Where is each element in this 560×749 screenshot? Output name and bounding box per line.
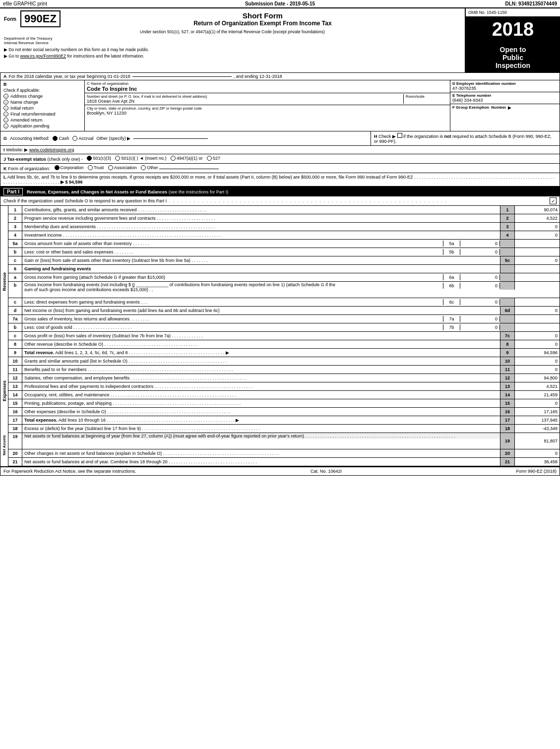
row-16: 16 Other expenses (describe in Schedule … bbox=[8, 408, 560, 416]
dln-number: DLN: 93492135074449 bbox=[373, 1, 557, 6]
row-16-desc: Other expenses (describe in Schedule O) … bbox=[22, 409, 500, 415]
part1-header: Part I Revenue, Expenses, and Changes in… bbox=[0, 187, 560, 196]
row-5c-linenum: 5c bbox=[500, 256, 515, 264]
name-change-label: Name change bbox=[10, 100, 38, 105]
row-19-desc: Net assets or fund balances at beginning… bbox=[22, 433, 500, 439]
application-pending-label: Application pending bbox=[10, 124, 50, 128]
address-change-radio[interactable]: ○ bbox=[3, 94, 8, 99]
row-3: 3 Membership dues and assessments . . . … bbox=[8, 223, 560, 231]
part1-check-schedo: Check if the organization used Schedule … bbox=[0, 196, 560, 206]
check-sched-o-checkbox[interactable]: ✓ bbox=[550, 197, 557, 204]
row-5b: b Less: cost or other basis and sales ex… bbox=[8, 248, 560, 256]
row-1-desc: Contributions, gifts, grants, and simila… bbox=[22, 207, 500, 213]
row-18-num: 18 bbox=[8, 425, 22, 433]
corp-radio[interactable] bbox=[55, 165, 60, 170]
net-assets-section: Net Assets 18 Excess or (deficit) for th… bbox=[0, 425, 560, 466]
row-21-num: 21 bbox=[8, 458, 22, 466]
row-16-amount: 17,165 bbox=[515, 409, 560, 415]
row-5c: c Gain or (loss) from sale of assets oth… bbox=[8, 256, 560, 265]
group-exempt-label: F Group Exemption bbox=[452, 105, 489, 110]
section-h-block: H Check ▶ if the organization is not req… bbox=[371, 131, 560, 145]
row-4-desc: Investment income . . . . . . . . . . . … bbox=[22, 232, 500, 238]
expenses-vertical-label: Expenses bbox=[2, 380, 7, 401]
row-6d-amount: 0 bbox=[515, 308, 560, 313]
corp-option: Corporation bbox=[55, 165, 84, 170]
row-1-linenum: 1 bbox=[500, 206, 515, 214]
check-dots: . . . . . . . . . . . . . . . . . . . . … bbox=[169, 199, 550, 203]
top-bar: efile GRAPHIC print Submission Date - 20… bbox=[0, 0, 560, 8]
row-10-desc: Grants and similar amounts paid (list in… bbox=[22, 358, 500, 364]
form-of-org-label: Form of organization: bbox=[8, 166, 52, 171]
row-8: 8 Other revenue (describe in Schedule O)… bbox=[8, 340, 560, 349]
year-display: 2018 bbox=[466, 17, 560, 43]
group-exempt-label2: Number bbox=[491, 105, 506, 110]
org-name-value: Code To Inspire Inc bbox=[87, 86, 448, 92]
row-1-amount: 90,074 bbox=[515, 207, 560, 213]
address-change-label: Address change bbox=[10, 94, 43, 99]
row-5b-input: 0 bbox=[460, 249, 500, 255]
final-return-radio[interactable]: ○ bbox=[3, 112, 8, 117]
row-9: 9 Total revenue. Add lines 1, 2, 3, 4, 5… bbox=[8, 349, 560, 357]
row-8-amount: 0 bbox=[515, 341, 560, 347]
row-9-num: 9 bbox=[8, 349, 22, 357]
527-radio[interactable] bbox=[207, 156, 212, 161]
row-6-num: 6 bbox=[8, 265, 22, 273]
accrual-radio[interactable] bbox=[72, 136, 77, 141]
h-checkbox[interactable] bbox=[397, 133, 402, 138]
row-6a: a Gross income from gaming (attach Sched… bbox=[8, 273, 560, 282]
assoc-option: Association bbox=[108, 165, 137, 170]
cash-radio-filled[interactable] bbox=[53, 136, 58, 141]
row-19-num: 19 bbox=[8, 433, 22, 449]
part1-title: Revenue, Expenses, and Changes in Net As… bbox=[27, 189, 167, 194]
row-6a-input: 0 bbox=[460, 274, 500, 280]
form-prefix: Form bbox=[4, 16, 16, 22]
row-7a-input: 0 bbox=[460, 316, 500, 322]
row-6b-input: 0 bbox=[460, 283, 500, 289]
row-10-num: 10 bbox=[8, 357, 22, 365]
row-6b-num: b bbox=[8, 282, 22, 298]
application-pending-row: ○ Application pending bbox=[3, 124, 81, 128]
row-3-desc: Membership dues and assessments . . . . … bbox=[22, 224, 500, 230]
row-6a-num: a bbox=[8, 273, 22, 281]
submission-date: Submission Date - 2019-05-15 bbox=[187, 1, 372, 6]
row-13: 13 Professional fees and other payments … bbox=[8, 382, 560, 391]
row-7b-input: 0 bbox=[460, 324, 500, 330]
initial-return-row: ○ Initial return bbox=[3, 106, 81, 111]
row-21-desc: Net assets or fund balances at end of ye… bbox=[22, 459, 500, 465]
row-5b-desc: Less: cost or other basis and sales expe… bbox=[22, 249, 443, 255]
assoc-radio[interactable] bbox=[108, 165, 113, 170]
revenue-section: Revenue 1 Contributions, gifts, grants, … bbox=[0, 206, 560, 357]
trust-option: Trust bbox=[88, 165, 104, 170]
row-4-amount: 0 bbox=[515, 232, 560, 238]
row-6-desc: Gaming and fundraising events bbox=[22, 266, 500, 272]
name-change-radio[interactable]: ○ bbox=[3, 100, 8, 105]
initial-return-radio[interactable]: ○ bbox=[3, 106, 8, 111]
row-7a-num: 7a bbox=[8, 315, 22, 323]
row-6c-label: 6c bbox=[443, 299, 460, 305]
row-3-linenum: 3 bbox=[500, 223, 515, 231]
other-org-radio[interactable] bbox=[141, 165, 146, 170]
row-5a-num: 5a bbox=[8, 240, 22, 248]
row-6b: b Gross income from fundraising events (… bbox=[8, 282, 560, 298]
amended-return-radio[interactable]: ○ bbox=[3, 118, 8, 123]
section-gh: G Accounting Method: Cash Accrual Other … bbox=[0, 131, 560, 146]
dept-label: Department of the Treasury Internal Reve… bbox=[4, 36, 461, 45]
row-5a-label: 5a bbox=[443, 241, 460, 247]
row-6a-label: 6a bbox=[443, 274, 460, 280]
row-5c-amount: 0 bbox=[515, 257, 560, 263]
row-17-desc: Total expenses. Add lines 10 through 16 … bbox=[22, 417, 500, 423]
row-20-amount: 0 bbox=[515, 450, 560, 456]
name-change-row: ○ Name change bbox=[3, 100, 81, 105]
row-20-linenum: 20 bbox=[500, 449, 515, 457]
501c3-radio[interactable] bbox=[87, 156, 92, 161]
row-14-num: 14 bbox=[8, 391, 22, 399]
4947a1-radio[interactable] bbox=[171, 156, 176, 161]
room-suite-label: Room/suite bbox=[406, 94, 448, 99]
part1-title-block: Revenue, Expenses, and Changes in Net As… bbox=[27, 189, 557, 194]
501c-radio[interactable] bbox=[115, 156, 120, 161]
note1: ▶ Do not enter social security numbers o… bbox=[4, 47, 461, 52]
row-14-linenum: 14 bbox=[500, 391, 515, 399]
section-l-row: L Add lines 5b, 6c, and 7b to line 9 to … bbox=[0, 173, 560, 187]
application-pending-radio[interactable]: ○ bbox=[3, 124, 8, 128]
trust-radio[interactable] bbox=[88, 165, 93, 170]
